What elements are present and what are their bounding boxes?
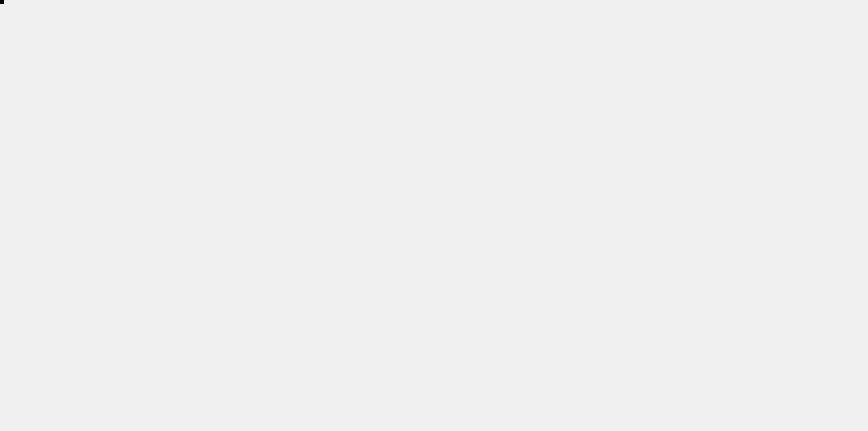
active-cell-outline — [0, 0, 3, 3]
